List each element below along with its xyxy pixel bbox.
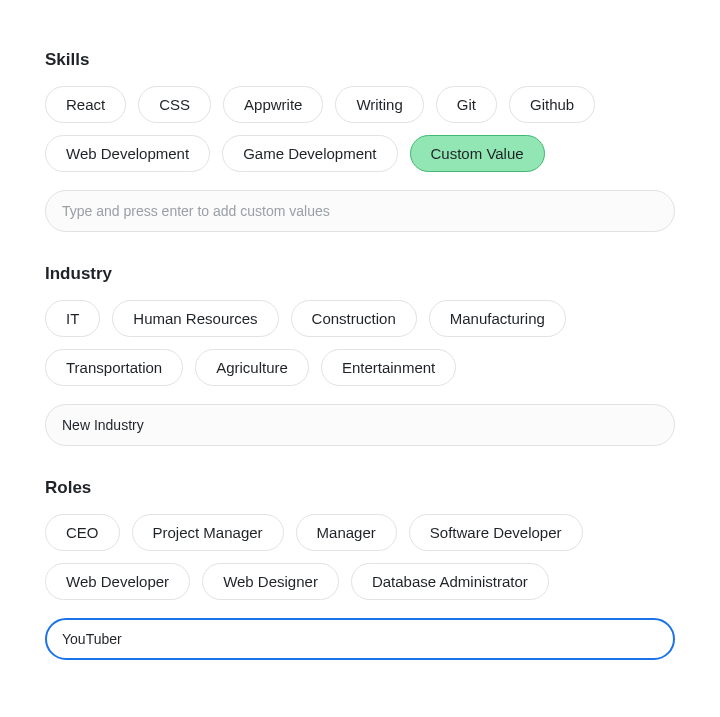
industry-chip[interactable]: Entertainment (321, 349, 456, 386)
industry-custom-input[interactable] (45, 404, 675, 446)
industry-chip[interactable]: Transportation (45, 349, 183, 386)
role-chip[interactable]: Web Developer (45, 563, 190, 600)
role-chip[interactable]: Project Manager (132, 514, 284, 551)
roles-title: Roles (45, 478, 675, 498)
industry-chips: IT Human Resources Construction Manufact… (45, 300, 675, 386)
skills-title: Skills (45, 50, 675, 70)
industry-section: Industry IT Human Resources Construction… (45, 264, 675, 446)
roles-section: Roles CEO Project Manager Manager Softwa… (45, 478, 675, 660)
industry-title: Industry (45, 264, 675, 284)
skills-custom-input[interactable] (45, 190, 675, 232)
skills-section: Skills React CSS Appwrite Writing Git Gi… (45, 50, 675, 232)
skill-chip-custom-value[interactable]: Custom Value (410, 135, 545, 172)
skills-chips: React CSS Appwrite Writing Git Github We… (45, 86, 675, 172)
industry-chip[interactable]: IT (45, 300, 100, 337)
skill-chip[interactable]: Web Development (45, 135, 210, 172)
industry-chip[interactable]: Manufacturing (429, 300, 566, 337)
role-chip[interactable]: Database Administrator (351, 563, 549, 600)
industry-chip[interactable]: Construction (291, 300, 417, 337)
role-chip[interactable]: Software Developer (409, 514, 583, 551)
role-chip[interactable]: CEO (45, 514, 120, 551)
roles-chips: CEO Project Manager Manager Software Dev… (45, 514, 675, 600)
role-chip[interactable]: Manager (296, 514, 397, 551)
skill-chip[interactable]: React (45, 86, 126, 123)
role-chip[interactable]: Web Designer (202, 563, 339, 600)
skill-chip[interactable]: Game Development (222, 135, 397, 172)
industry-chip[interactable]: Agriculture (195, 349, 309, 386)
skill-chip[interactable]: Git (436, 86, 497, 123)
skill-chip[interactable]: Writing (335, 86, 423, 123)
skill-chip[interactable]: CSS (138, 86, 211, 123)
skill-chip[interactable]: Github (509, 86, 595, 123)
industry-chip[interactable]: Human Resources (112, 300, 278, 337)
skill-chip[interactable]: Appwrite (223, 86, 323, 123)
roles-custom-input[interactable] (45, 618, 675, 660)
